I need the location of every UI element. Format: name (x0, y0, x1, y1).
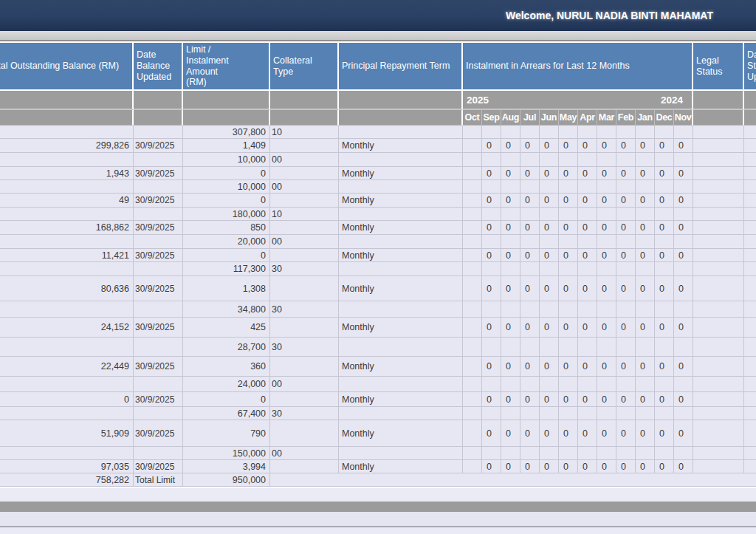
outstanding-balance-cell (0, 153, 134, 167)
arrears-cell-jan: 0 (636, 392, 655, 407)
arrears-cell-mar (597, 180, 616, 194)
arrears-cell-mar (597, 126, 616, 139)
repayment-term-cell (339, 301, 463, 318)
arrears-cell-apr: 0 (578, 139, 597, 153)
year-header-row: 2025 2024 (0, 91, 756, 110)
outstanding-balance-cell: 1,943 (0, 167, 134, 180)
col-header-repayment-term: Principal Repayment Term (339, 43, 463, 91)
arrears-cell-sep: 0 (482, 420, 501, 447)
arrears-cell-apr: 0 (578, 194, 597, 208)
legal-status-cell (693, 167, 744, 180)
facility-row: 299,82630/9/20251,409Monthly00000000000 (0, 139, 756, 153)
repayment-term-cell: Monthly (339, 276, 463, 301)
collateral-type-cell (270, 460, 339, 473)
legal-status-cell (693, 276, 744, 301)
arrears-cell-jul (520, 126, 540, 139)
arrears-cell-dec: 0 (655, 318, 674, 338)
outstanding-balance-cell: 97,035 (0, 460, 134, 473)
arrears-cell-sep (482, 377, 501, 392)
arrears-cell-aug: 0 (501, 318, 520, 338)
limit-instalment-cell: 360 (183, 357, 270, 377)
arrears-cell-nov: 0 (674, 221, 693, 235)
arrears-cell-oct (463, 126, 482, 139)
arrears-cell-may: 0 (559, 420, 578, 447)
arrears-cell-sep: 0 (482, 249, 501, 262)
col-header-status-updated-label: Date Status Updated (747, 49, 756, 82)
arrears-cell-jan (636, 153, 655, 167)
arrears-cell-jan (636, 208, 655, 221)
col-header-arrears-label: Instalment in Arrears for Last 12 Months (466, 61, 630, 71)
arrears-cell-aug: 0 (501, 276, 520, 301)
legal-status-cell (693, 377, 744, 392)
limit-instalment-cell: 150,000 (183, 447, 270, 460)
facility-row: 97,03530/9/20253,994Monthly00000000000 (0, 460, 756, 473)
facility-row: 11,42130/9/20250Monthly00000000000 (0, 249, 756, 262)
arrears-cell-apr (578, 126, 597, 139)
total-row: 758,282Total Limit950,000 (0, 473, 756, 487)
date-status-updated-cell (744, 276, 756, 301)
arrears-cell-sep (482, 180, 501, 194)
arrears-cell-nov (674, 301, 693, 318)
limit-instalment-cell: 790 (183, 420, 270, 447)
arrears-cell-may (559, 447, 578, 460)
outstanding-balance-cell: 168,862 (0, 221, 134, 235)
arrears-cell-sep: 0 (482, 392, 501, 407)
arrears-cell-nov (674, 447, 693, 460)
arrears-cell-jul: 0 (520, 357, 540, 377)
year-2025-label: 2025 (467, 95, 489, 106)
arrears-cell-feb (616, 235, 636, 249)
total-limit-label-cell: Total Limit (134, 473, 183, 487)
month-header-aug: Aug (501, 110, 520, 126)
arrears-cell-dec (655, 262, 674, 276)
arrears-cell-jan: 0 (636, 167, 655, 180)
credit-facilities-table: Total Outstanding Balance (RM) Date Bala… (0, 43, 756, 487)
limit-row: 34,80030 (0, 301, 756, 318)
arrears-cell-jul (520, 180, 540, 194)
limit-row: 20,00000 (0, 235, 756, 249)
arrears-cell-nov: 0 (674, 460, 693, 473)
arrears-cell-jul: 0 (520, 221, 540, 235)
arrears-cell-jan: 0 (636, 139, 655, 153)
repayment-term-cell: Monthly (339, 420, 463, 447)
repayment-term-cell (339, 235, 463, 249)
repayment-term-cell: Monthly (339, 460, 463, 473)
arrears-cell-nov: 0 (674, 392, 693, 407)
arrears-cell-apr: 0 (578, 249, 597, 262)
total-limit-value-cell: 950,000 (183, 473, 270, 487)
arrears-cell-mar (597, 447, 616, 460)
arrears-cell-nov (674, 126, 693, 139)
repayment-term-cell: Monthly (339, 249, 463, 262)
repayment-term-cell (339, 338, 463, 357)
repayment-term-cell: Monthly (339, 194, 463, 208)
col-header-date-balance-updated: Date Balance Updated (134, 43, 183, 91)
arrears-cell-jul: 0 (520, 167, 540, 180)
col-header-repayment-label: Principal Repayment Term (342, 61, 450, 71)
arrears-cell-may: 0 (559, 221, 578, 235)
arrears-cell-mar: 0 (597, 139, 616, 153)
repayment-term-cell (339, 180, 463, 194)
date-status-updated-cell (744, 447, 756, 460)
date-balance-updated-cell: 30/9/2025 (134, 392, 183, 407)
arrears-cell-jul: 0 (520, 139, 540, 153)
repayment-term-cell (339, 447, 463, 460)
date-balance-updated-cell: 30/9/2025 (134, 139, 183, 153)
date-balance-updated-cell: 30/9/2025 (134, 194, 183, 208)
arrears-cell-jun: 0 (540, 139, 559, 153)
collateral-type-cell (270, 194, 339, 208)
arrears-cell-dec: 0 (655, 167, 674, 180)
arrears-cell-oct (463, 180, 482, 194)
arrears-cell-dec: 0 (655, 460, 674, 473)
arrears-cell-oct (463, 262, 482, 276)
collateral-type-cell: 00 (270, 447, 339, 460)
date-balance-updated-cell (134, 180, 183, 194)
arrears-cell-jun: 0 (540, 249, 559, 262)
arrears-cell-nov (674, 208, 693, 221)
arrears-cell-oct (463, 447, 482, 460)
limit-instalment-cell: 0 (183, 249, 270, 262)
arrears-cell-aug: 0 (501, 139, 520, 153)
arrears-cell-apr (578, 338, 597, 357)
arrears-cell-may: 0 (559, 460, 578, 473)
arrears-cell-may (559, 208, 578, 221)
arrears-cell-apr (578, 235, 597, 249)
date-balance-updated-cell: 30/9/2025 (134, 318, 183, 338)
